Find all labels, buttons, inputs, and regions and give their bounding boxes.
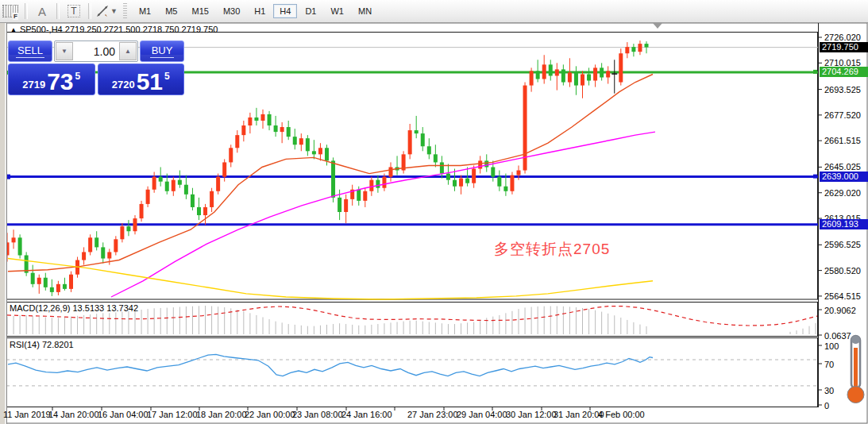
- toolbar-separator: [88, 3, 91, 19]
- date-label: 31 Jan 20:00: [554, 410, 604, 419]
- text-label-icon[interactable]: T: [64, 2, 83, 20]
- timeframe-h1[interactable]: H1: [248, 4, 272, 18]
- sell-price-box[interactable]: 2719 73 5: [8, 64, 95, 95]
- price-tag-2719.750: 2719.750: [820, 42, 868, 52]
- date-label: 14 Jan 20:00: [48, 410, 99, 419]
- date-label: 4 Feb 00:00: [598, 410, 645, 419]
- toolbar-separator: [56, 3, 60, 19]
- date-label: 16 Jan 04:00: [98, 410, 149, 419]
- price-tag-2639.000: 2639.000: [820, 172, 868, 182]
- volume-stepper: ▼ ▲: [54, 40, 138, 62]
- buy-price-box[interactable]: 2720 51 5: [98, 64, 185, 95]
- timeframe-d1[interactable]: D1: [299, 4, 322, 18]
- sell-price-pips: 73: [47, 71, 73, 93]
- date-label: 29 Jan 04:00: [457, 410, 507, 419]
- volume-input[interactable]: [74, 41, 118, 61]
- price-tick-label: 2677.520: [824, 110, 861, 120]
- date-label: 18 Jan 20:00: [196, 410, 247, 419]
- toolbar-separator: [25, 3, 28, 19]
- macd-label: MACD(12,26,9) 13.5133 13.7342: [10, 303, 138, 313]
- buy-price-fraction: 5: [164, 71, 170, 82]
- price-tick-label: 2596.525: [824, 240, 861, 249]
- buy-price-big-figure: 2720: [112, 79, 135, 91]
- thermometer-icon: [843, 333, 867, 412]
- timeframe-m1[interactable]: M1: [133, 4, 157, 18]
- date-label: 22 Jan 00:00: [245, 410, 295, 419]
- symbol-marker-icon: ▲: [10, 26, 17, 33]
- chart-title: ▲SP500-,H4 2719.250 2721.500 2718.750 27…: [10, 25, 218, 34]
- date-label: 30 Jan 12:00: [506, 410, 557, 419]
- sell-price-fraction: 5: [75, 71, 81, 82]
- sell-button[interactable]: SELL: [8, 40, 52, 62]
- timeframe-w1[interactable]: W1: [324, 4, 350, 18]
- chart-shift-grid-icon[interactable]: F: [1, 2, 20, 20]
- volume-up-button[interactable]: ▲: [119, 42, 137, 60]
- indicator-tick-label: 30: [824, 386, 834, 395]
- indicator-tick-label: 20.9062: [824, 306, 856, 315]
- date-axis[interactable]: 11 Jan 201914 Jan 20:0016 Jan 04:0017 Ja…: [0, 408, 818, 424]
- window-left-edge: [0, 22, 7, 424]
- toolbar: F A T ▼ M1M5M15M30H1H4D1W1MN: [0, 0, 868, 23]
- indicator-tick-label: 0: [824, 401, 829, 411]
- price-tick-label: 2564.515: [824, 291, 861, 301]
- price-tag-2609.193: 2609.193: [820, 219, 868, 229]
- date-label: 17 Jan 12:00: [147, 410, 198, 419]
- price-tick-label: 2629.020: [824, 188, 861, 198]
- volume-down-button[interactable]: ▼: [56, 42, 73, 60]
- mt4-window: { "toolbar": { "icons": [ {"name":"chart…: [0, 0, 868, 424]
- price-tick-label: 2580.520: [824, 266, 861, 276]
- date-label: 11 Jan 2019: [3, 410, 51, 419]
- date-label: 27 Jan 23:00: [407, 410, 458, 419]
- buy-price-pips: 51: [137, 71, 163, 93]
- price-tick-label: 2726.020: [824, 33, 861, 42]
- one-click-trade-panel: SELL ▼ ▲ BUY 2719 73 5 2720 51 5: [8, 40, 184, 95]
- sell-price-big-figure: 2719: [22, 79, 45, 91]
- toolbar-grip: [123, 3, 127, 19]
- date-label: 23 Jan 08:00: [292, 410, 343, 419]
- timeframe-m5[interactable]: M5: [159, 4, 183, 18]
- price-tag-2704.269: 2704.269: [820, 67, 868, 77]
- timeframe-m15[interactable]: M15: [185, 4, 214, 18]
- timeframe-buttons: M1M5M15M30H1H4D1W1MN: [132, 4, 379, 18]
- chart-text-annotation[interactable]: 多空转折点2705: [494, 239, 610, 260]
- timeframe-m30[interactable]: M30: [217, 4, 246, 18]
- rsi-label: RSI(14) 72.8201: [10, 340, 74, 349]
- timeframe-mn[interactable]: MN: [352, 4, 378, 18]
- dropdown-caret-icon[interactable]: ▼: [110, 7, 118, 15]
- chart-title-text: SP500-,H4 2719.250 2721.500 2718.750 271…: [20, 25, 218, 34]
- objects-arrows-icon[interactable]: ▼: [96, 2, 118, 20]
- indicator-tick-label: 100: [824, 341, 839, 351]
- timeframe-h4[interactable]: H4: [273, 4, 297, 18]
- date-label: 24 Jan 16:00: [341, 410, 392, 419]
- chart-shift-marker-icon[interactable]: [653, 23, 662, 29]
- buy-button[interactable]: BUY: [140, 40, 184, 62]
- price-tick-label: 2661.515: [824, 136, 861, 145]
- price-tick-label: 2693.525: [824, 85, 861, 94]
- annotate-a-icon[interactable]: A: [33, 2, 52, 20]
- indicator-tick-label: 70: [824, 360, 834, 369]
